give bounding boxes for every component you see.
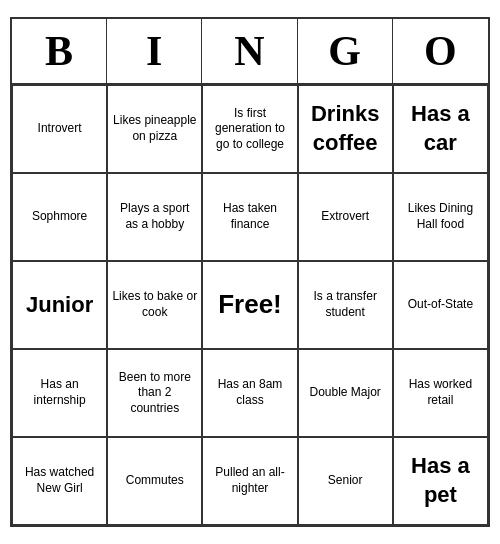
bingo-header: BINGO	[12, 19, 488, 85]
bingo-cell-5: Sophmore	[12, 173, 107, 261]
bingo-letter-b: B	[12, 19, 107, 83]
bingo-grid: IntrovertLikes pineapple on pizzaIs firs…	[12, 85, 488, 525]
bingo-letter-i: I	[107, 19, 202, 83]
bingo-cell-24: Has a pet	[393, 437, 488, 525]
bingo-cell-23: Senior	[298, 437, 393, 525]
bingo-cell-11: Likes to bake or cook	[107, 261, 202, 349]
bingo-cell-22: Pulled an all-nighter	[202, 437, 297, 525]
bingo-cell-8: Extrovert	[298, 173, 393, 261]
bingo-cell-0: Introvert	[12, 85, 107, 173]
bingo-letter-g: G	[298, 19, 393, 83]
bingo-cell-2: Is first generation to go to college	[202, 85, 297, 173]
bingo-cell-19: Has worked retail	[393, 349, 488, 437]
bingo-letter-o: O	[393, 19, 488, 83]
bingo-card: BINGO IntrovertLikes pineapple on pizzaI…	[10, 17, 490, 527]
bingo-cell-21: Commutes	[107, 437, 202, 525]
bingo-cell-3: Drinks coffee	[298, 85, 393, 173]
bingo-cell-15: Has an internship	[12, 349, 107, 437]
bingo-cell-1: Likes pineapple on pizza	[107, 85, 202, 173]
bingo-cell-18: Double Major	[298, 349, 393, 437]
bingo-letter-n: N	[202, 19, 297, 83]
bingo-cell-6: Plays a sport as a hobby	[107, 173, 202, 261]
bingo-cell-20: Has watched New Girl	[12, 437, 107, 525]
bingo-cell-14: Out-of-State	[393, 261, 488, 349]
bingo-cell-12: Free!	[202, 261, 297, 349]
bingo-cell-7: Has taken finance	[202, 173, 297, 261]
bingo-cell-10: Junior	[12, 261, 107, 349]
bingo-cell-16: Been to more than 2 countries	[107, 349, 202, 437]
bingo-cell-17: Has an 8am class	[202, 349, 297, 437]
bingo-cell-4: Has a car	[393, 85, 488, 173]
bingo-cell-9: Likes Dining Hall food	[393, 173, 488, 261]
bingo-cell-13: Is a transfer student	[298, 261, 393, 349]
